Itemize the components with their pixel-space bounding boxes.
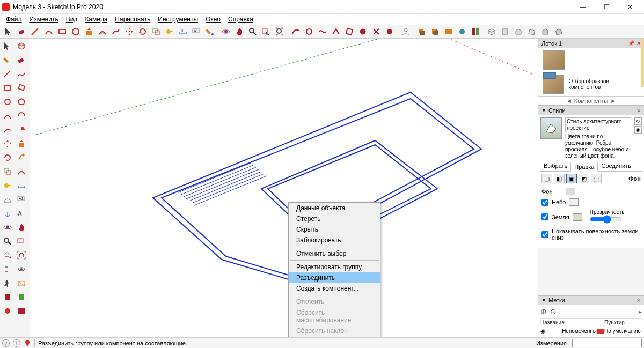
style-update-icon[interactable]: ↻	[634, 117, 642, 125]
paint-icon[interactable]	[1, 54, 14, 66]
tray-header[interactable]: Лоток 1 📌 ✕	[538, 39, 644, 48]
text-icon[interactable]: A1	[190, 26, 203, 38]
section-icon[interactable]	[15, 277, 28, 290]
nav-next-icon[interactable]: ►	[610, 98, 616, 104]
bg-color-swatch[interactable]	[566, 188, 575, 195]
dimension-icon[interactable]	[15, 179, 28, 192]
followme-icon[interactable]	[15, 151, 28, 164]
circle-icon[interactable]	[1, 95, 14, 108]
tag-menu-icon[interactable]: ▸	[639, 308, 642, 315]
sky-checkbox[interactable]	[541, 199, 548, 206]
edge-style-icon[interactable]: ▢	[541, 174, 552, 183]
ctx-hide[interactable]: Скрыть	[289, 224, 380, 235]
remove-tag-icon[interactable]: ⊖	[550, 307, 557, 316]
plugin-icon[interactable]	[289, 26, 302, 38]
paint-icon[interactable]	[203, 26, 216, 38]
zoom-window-icon[interactable]	[15, 235, 28, 248]
polygon-icon[interactable]	[15, 95, 28, 108]
arc-icon[interactable]	[42, 26, 55, 38]
ground-checkbox[interactable]	[541, 213, 548, 220]
tag-name[interactable]: Непомеченны	[562, 328, 597, 334]
select-icon[interactable]	[1, 40, 14, 53]
plugin-icon[interactable]	[383, 26, 396, 38]
styles-panel-header[interactable]: ▼ Стили ✕	[538, 106, 644, 115]
maximize-button[interactable]: ☐	[595, 0, 618, 14]
view-left-icon[interactable]	[552, 26, 565, 38]
tab-edit[interactable]: Правка	[570, 162, 598, 172]
minimize-button[interactable]: —	[571, 0, 595, 14]
style-thumb-icon[interactable]	[540, 117, 562, 139]
menu-file[interactable]: Файл	[2, 16, 26, 23]
menu-edit[interactable]: Изменить	[26, 16, 62, 23]
tab-select[interactable]: Выбрать	[540, 161, 570, 171]
zoom-prev-icon[interactable]	[1, 249, 14, 262]
zoom-window-icon[interactable]	[260, 26, 273, 38]
ctx-entity-info[interactable]: Данные объекта	[289, 203, 380, 213]
move-icon[interactable]	[1, 137, 14, 150]
tray-pin-icon[interactable]: 📌	[628, 40, 634, 46]
bg-style-icon[interactable]: ▣	[566, 174, 577, 183]
col-dash[interactable]: Пунктир	[604, 320, 642, 325]
tape-icon[interactable]	[1, 179, 14, 192]
close-button[interactable]: ✕	[618, 0, 642, 14]
plugin-icon[interactable]	[316, 26, 329, 38]
orbit-icon[interactable]	[1, 221, 14, 234]
rotate-icon[interactable]	[1, 151, 14, 164]
ctx-make-component[interactable]: Создать компонент...	[289, 283, 380, 294]
eraser-icon[interactable]	[16, 26, 28, 38]
menu-tools[interactable]: Инструменты	[154, 16, 202, 23]
select-tool-icon[interactable]	[2, 26, 15, 38]
component-thumb-icon[interactable]	[543, 50, 565, 70]
pie-icon[interactable]	[15, 123, 28, 136]
show-ground-checkbox[interactable]	[541, 231, 548, 238]
walk-icon[interactable]	[1, 277, 14, 290]
tape-icon[interactable]	[163, 26, 176, 38]
toggle-icon[interactable]	[469, 26, 482, 38]
ext-icon[interactable]	[1, 291, 14, 303]
arc-icon[interactable]	[1, 109, 14, 122]
plugin-icon[interactable]	[370, 26, 383, 38]
circle-icon[interactable]	[69, 26, 82, 38]
collapse-icon[interactable]: ▼	[541, 298, 546, 303]
menu-draw[interactable]: Нарисовать	[111, 16, 154, 23]
offset-icon[interactable]	[15, 165, 28, 178]
shadow-icon[interactable]	[429, 26, 442, 38]
arc2-icon[interactable]	[15, 109, 28, 122]
info-icon[interactable]: i	[13, 339, 20, 347]
rotate-icon[interactable]	[136, 26, 149, 38]
text-icon[interactable]: A1	[15, 193, 28, 206]
rectangle-icon[interactable]	[56, 26, 69, 38]
scale-icon[interactable]	[1, 165, 14, 178]
ctx-erase[interactable]: Стереть	[289, 213, 380, 224]
ctx-edit-group[interactable]: Редактировать группу	[289, 262, 380, 272]
ctx-explode[interactable]: Разъединить	[289, 272, 380, 283]
view-back-icon[interactable]	[539, 26, 552, 38]
panel-close-icon[interactable]: ✕	[636, 108, 641, 114]
view-front-icon[interactable]	[512, 26, 525, 38]
move-icon[interactable]	[123, 26, 136, 38]
axes-icon[interactable]	[1, 207, 14, 220]
modeling-icon[interactable]: ⬚	[591, 174, 602, 183]
shadow-icon[interactable]	[442, 26, 455, 38]
orbit-icon[interactable]	[219, 26, 232, 38]
shadow-icon[interactable]	[456, 26, 469, 38]
menu-camera[interactable]: Камера	[81, 16, 111, 23]
position-camera-icon[interactable]	[1, 263, 14, 276]
scale-icon[interactable]	[150, 26, 163, 38]
panel-close-icon[interactable]: ✕	[636, 298, 641, 303]
measurements-input[interactable]	[572, 339, 642, 347]
style-name-field[interactable]: Стиль архитектурного проектир	[565, 117, 631, 132]
style-new-icon[interactable]: ◉	[634, 126, 642, 134]
sky-color-swatch[interactable]	[569, 198, 579, 206]
zoom-icon[interactable]	[1, 235, 14, 248]
tab-mix[interactable]: Соединить	[598, 161, 634, 171]
ctx-lock[interactable]: Заблокировать	[289, 235, 380, 246]
pushpull-icon[interactable]	[83, 26, 96, 38]
menu-view[interactable]: Вид	[62, 16, 82, 23]
add-tag-icon[interactable]: ⊕	[540, 307, 547, 316]
zoom-extents-icon[interactable]	[273, 26, 286, 38]
pan-icon[interactable]	[15, 221, 28, 234]
zoom-extents-icon[interactable]	[15, 249, 28, 262]
ext-icon[interactable]	[15, 305, 28, 317]
protractor-icon[interactable]	[1, 193, 14, 206]
